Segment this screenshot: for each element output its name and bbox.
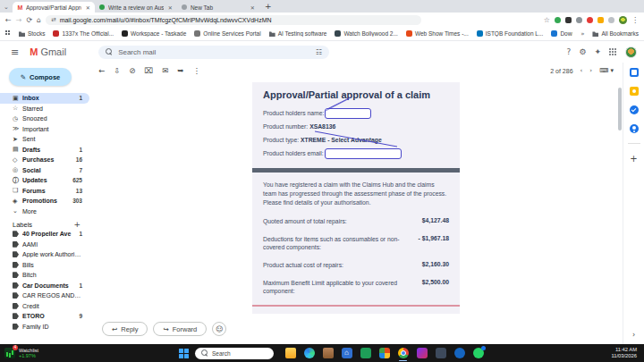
watchlist-widget[interactable]: 4 Watchlist +1.97%: [0, 348, 179, 358]
more-options-icon[interactable]: ⋮: [192, 66, 200, 75]
start-button[interactable]: [179, 349, 189, 358]
extension-icon[interactable]: [565, 17, 572, 23]
sidebar-item[interactable]: ◇ Purchases 16: [0, 155, 89, 165]
bookmark-item[interactable]: Stocks: [19, 30, 46, 37]
bookmark-star-icon[interactable]: ☆: [544, 16, 550, 24]
taskbar-app-icon[interactable]: [284, 346, 297, 360]
taskbar-app-icon[interactable]: [471, 346, 485, 360]
label-item[interactable]: Credit: [0, 301, 89, 312]
label-item[interactable]: ETORO 9: [0, 311, 89, 322]
bookmark-item[interactable]: 1337x The Official...: [53, 30, 114, 37]
report-spam-icon[interactable]: ⊘: [129, 66, 135, 75]
input-method-icon[interactable]: ⌨ ▾: [599, 67, 614, 74]
main-menu-icon[interactable]: ≡: [7, 46, 22, 58]
taskbar-clock[interactable]: 11:42 AM 11/03/2026: [611, 347, 644, 359]
sidebar-item[interactable]: ⓘ Updates 625: [0, 175, 89, 186]
google-apps-icon[interactable]: [609, 48, 617, 56]
email-scrollbar[interactable]: [618, 88, 622, 130]
bookmark-item[interactable]: Download your pas...: [551, 30, 572, 37]
label-item[interactable]: Car Documents 1: [0, 281, 89, 291]
get-addons-icon[interactable]: +: [630, 154, 637, 164]
label-item[interactable]: Apple work Authorisation: [0, 249, 89, 260]
newer-email-icon[interactable]: ‹: [580, 67, 583, 74]
forward-button[interactable]: ↪ Forward: [153, 322, 207, 336]
sidebar-item[interactable]: ◎ Social 7: [0, 165, 89, 176]
back-icon[interactable]: ←: [5, 16, 12, 24]
extension-icon[interactable]: [597, 17, 604, 23]
sidebar-item[interactable]: ◈ Promotions 303: [0, 196, 89, 206]
bookmarks-overflow-icon[interactable]: »: [580, 30, 584, 38]
label-item[interactable]: Bills: [0, 260, 89, 271]
extension-icon[interactable]: [555, 17, 561, 23]
close-tab-icon[interactable]: ✕: [166, 4, 173, 11]
add-reaction-button[interactable]: ☺: [212, 322, 226, 336]
sidebar-item[interactable]: ◷ Snoozed: [0, 114, 89, 124]
search-filter-icon[interactable]: ☷: [316, 48, 322, 56]
calendar-icon[interactable]: [630, 68, 639, 77]
browser-tab-review[interactable]: Write a review on Australian W ✕: [95, 2, 177, 13]
forward-icon[interactable]: →: [16, 16, 22, 24]
sidebar-item[interactable]: ▤ Drafts 1: [0, 145, 89, 156]
sidebar-item[interactable]: ≫ Important: [0, 124, 89, 135]
gmail-logo[interactable]: M Gmail: [30, 46, 66, 57]
label-item[interactable]: Family ID: [0, 322, 89, 333]
extension-icon[interactable]: [576, 17, 582, 23]
browser-tab-gmail[interactable]: M Approval/Partial Approval of C ✕: [13, 2, 95, 13]
move-to-icon[interactable]: ➥: [177, 66, 183, 75]
taskbar-app-icon[interactable]: [321, 346, 335, 360]
sidebar-item[interactable]: ☆ Starred: [0, 104, 89, 114]
taskbar-app-icon[interactable]: [415, 346, 428, 360]
taskbar-app-icon[interactable]: [377, 346, 391, 360]
gemini-sparkle-icon[interactable]: ✦: [594, 47, 601, 56]
taskbar-search-input[interactable]: Search: [195, 348, 274, 359]
apps-grid-icon[interactable]: [5, 30, 11, 38]
bookmark-item[interactable]: Web Show Times -...: [406, 30, 469, 37]
archive-icon[interactable]: ⇩: [114, 66, 120, 75]
mark-unread-icon[interactable]: ✉: [162, 66, 168, 75]
browser-menu-icon[interactable]: ⋮: [631, 16, 639, 24]
label-item[interactable]: 40 Propeller Ave 1: [0, 229, 89, 240]
site-info-icon[interactable]: ⇄: [51, 16, 55, 23]
taskbar-app-icon[interactable]: [340, 346, 353, 360]
url-bar[interactable]: ⇄ mail.google.com/mail/u/0/#inbox/TMfcgz…: [46, 15, 421, 25]
tasks-icon[interactable]: [630, 105, 639, 114]
close-tab-icon[interactable]: ✕: [249, 4, 255, 11]
older-email-icon[interactable]: ›: [589, 67, 592, 74]
reload-icon[interactable]: ⟳: [26, 16, 32, 24]
bookmark-item[interactable]: Online Services Portal: [194, 30, 260, 37]
extension-icon[interactable]: [608, 17, 614, 23]
bookmark-item[interactable]: Workspace - Taskade: [122, 30, 186, 37]
bookmark-item[interactable]: AI Testing software: [269, 30, 327, 37]
label-item[interactable]: CAR REGOS AND INSUR...: [0, 290, 89, 301]
search-icon[interactable]: [106, 48, 113, 55]
search-mail-input[interactable]: Search mail ☷: [98, 46, 329, 59]
bookmark-item[interactable]: ISTQB Foundation L...: [477, 30, 544, 37]
sidebar-item[interactable]: ➤ Sent: [0, 134, 89, 145]
taskbar-app-icon[interactable]: [302, 346, 316, 360]
browser-tab-newtab[interactable]: New Tab ✕: [177, 2, 259, 13]
compose-button[interactable]: ✎ Compose: [9, 68, 72, 86]
home-icon[interactable]: ⌂: [37, 16, 41, 24]
hide-panel-icon[interactable]: ›: [632, 331, 635, 339]
extension-icon[interactable]: [587, 17, 593, 23]
sidebar-item[interactable]: ⌄ More: [0, 206, 89, 217]
sidebar-item[interactable]: ▣ Inbox 1: [0, 93, 89, 104]
keep-icon[interactable]: [630, 87, 639, 96]
all-bookmarks-button[interactable]: All Bookmarks: [592, 30, 639, 37]
new-tab-button[interactable]: +: [259, 2, 277, 13]
contacts-icon[interactable]: [630, 124, 639, 133]
close-tab-icon[interactable]: ✕: [84, 4, 90, 11]
help-icon[interactable]: ?: [567, 47, 572, 56]
browser-profile-avatar[interactable]: [619, 16, 627, 24]
back-to-inbox-icon[interactable]: ←: [98, 66, 105, 75]
taskbar-app-icon[interactable]: [434, 346, 447, 360]
settings-gear-icon[interactable]: ⚙: [579, 47, 586, 56]
sidebar-item[interactable]: ❏ Forums 13: [0, 186, 89, 197]
account-avatar[interactable]: [625, 46, 637, 58]
reply-button[interactable]: ↩ Reply: [102, 322, 148, 336]
bookmark-item[interactable]: Watch Bollywood 2...: [335, 30, 397, 37]
delete-icon[interactable]: ⌧: [144, 66, 153, 75]
label-item[interactable]: AAMI: [0, 240, 89, 250]
taskbar-app-icon[interactable]: [359, 346, 372, 360]
taskbar-app-icon[interactable]: [453, 346, 466, 360]
